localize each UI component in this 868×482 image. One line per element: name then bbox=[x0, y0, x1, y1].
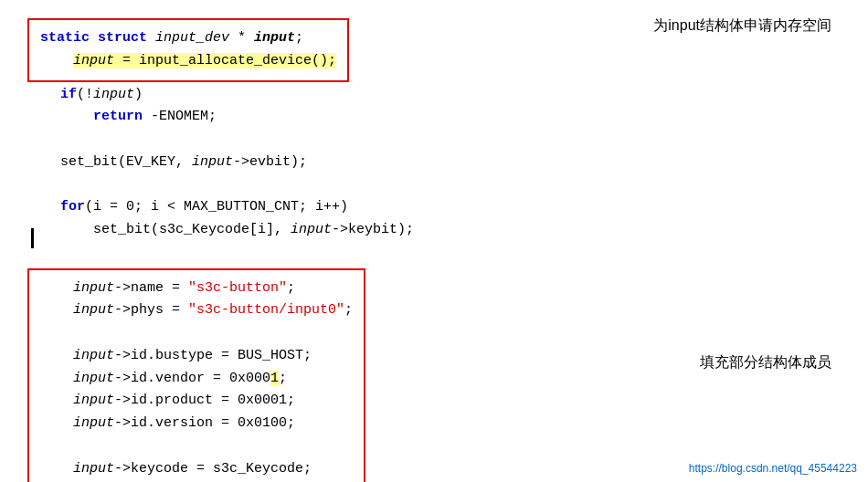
code-line-2: input = input_allocate_device(); bbox=[40, 50, 336, 73]
code-line-7 bbox=[27, 174, 846, 197]
code-line-b9: input->keycode = s3c_Keycode; bbox=[40, 458, 353, 481]
code-line-b1: input->name = "s3c-button"; bbox=[40, 278, 353, 300]
code-line-b3 bbox=[40, 322, 353, 345]
code-line-b4: input->id.bustype = BUS_HOST; bbox=[40, 345, 353, 368]
watermark: https://blog.csdn.net/qq_45544223 bbox=[689, 462, 857, 475]
code-line-b8 bbox=[40, 435, 353, 458]
code-line-1: static struct input_dev * input; bbox=[40, 27, 336, 50]
code-line-b5: input->id.vendor = 0x0001; bbox=[40, 368, 353, 391]
code-outer-layout: static struct input_dev * input; input =… bbox=[18, 18, 846, 482]
code-line-5 bbox=[27, 129, 846, 152]
code-line-10 bbox=[27, 242, 846, 265]
code-line-9: set_bit(s3c_Keycode[i], input->keybit); bbox=[27, 219, 846, 242]
code-line-b2: input->phys = "s3c-button/input0"; bbox=[40, 299, 353, 322]
code-line-8: for(i = 0; i < MAX_BUTTON_CNT; i++) bbox=[27, 196, 846, 219]
bottom-red-box-wrapper: input->name = "s3c-button"; input->phys … bbox=[27, 265, 846, 483]
top-red-box: static struct input_dev * input; input =… bbox=[27, 18, 349, 82]
annotation-bottom: 填充部分结构体成员 bbox=[700, 353, 831, 372]
top-red-box-wrapper: static struct input_dev * input; input =… bbox=[27, 18, 846, 84]
code-area: static struct input_dev * input; input =… bbox=[27, 18, 846, 482]
code-line-4: return -ENOMEM; bbox=[27, 106, 846, 129]
code-line-b6: input->id.product = 0x0001; bbox=[40, 390, 353, 413]
bottom-red-box: input->name = "s3c-button"; input->phys … bbox=[27, 268, 365, 483]
code-line-3: if(!input) bbox=[27, 84, 846, 107]
code-line-6: set_bit(EV_KEY, input->evbit); bbox=[27, 152, 846, 174]
main-container: 为input结构体申请内存空间 static struct input_dev … bbox=[0, 0, 868, 482]
code-line-b7: input->id.version = 0x0100; bbox=[40, 413, 353, 435]
